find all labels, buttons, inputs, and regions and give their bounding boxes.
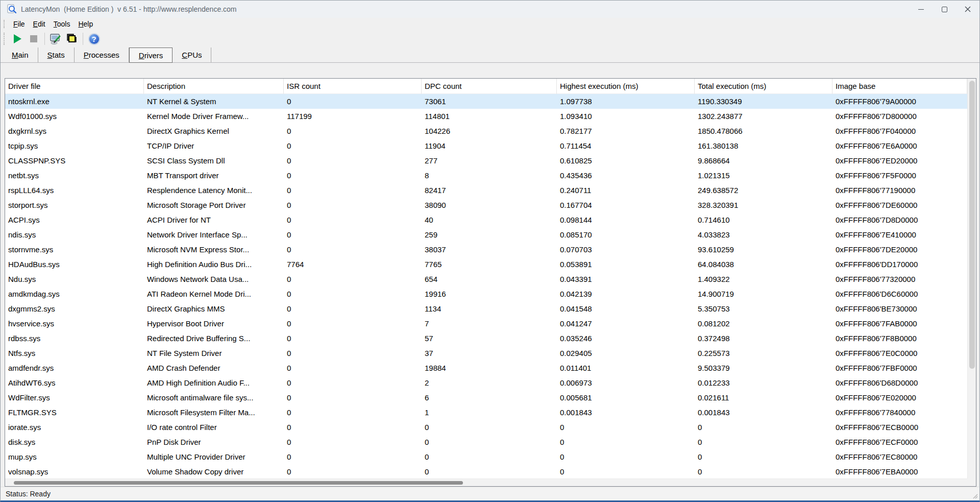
column-header-isr-count[interactable]: ISR count	[284, 79, 422, 94]
cell-highest-execution-ms: 0.011401	[557, 361, 695, 375]
cell-description: Multiple UNC Provider Driver	[144, 449, 284, 464]
cell-isr-count: 0	[284, 272, 422, 286]
cell-highest-execution-ms: 0.005681	[557, 390, 695, 405]
cell-image-base: 0xFFFFF806'7ECF0000	[832, 435, 967, 449]
cell-isr-count: 0	[284, 153, 422, 168]
table-row[interactable]: netbt.sysMBT Transport driver080.4354361…	[5, 168, 967, 183]
cell-total-execution-ms: 0.225573	[695, 346, 832, 361]
options-button[interactable]	[47, 31, 64, 46]
resize-grip-icon[interactable]	[972, 493, 978, 499]
cell-isr-count: 0	[284, 183, 422, 198]
cell-dpc-count: 19916	[422, 286, 557, 301]
table-row[interactable]: storport.sysMicrosoft Storage Port Drive…	[5, 198, 967, 212]
cell-highest-execution-ms: 0.435436	[557, 168, 695, 183]
cell-highest-execution-ms: 1.097738	[557, 94, 695, 109]
cell-isr-count: 117199	[284, 109, 422, 124]
cell-total-execution-ms: 5.350753	[695, 301, 832, 316]
cell-highest-execution-ms: 0.610825	[557, 153, 695, 168]
tab-main[interactable]: Main	[3, 47, 38, 62]
start-button[interactable]	[9, 31, 26, 46]
menu-item-tools[interactable]: Tools	[50, 19, 75, 29]
column-header-total-execution-ms[interactable]: Total execution (ms)	[695, 79, 832, 94]
cell-highest-execution-ms: 0.041548	[557, 301, 695, 316]
table-row[interactable]: CLASSPNP.SYSSCSI Class System Dll02770.6…	[5, 153, 967, 168]
column-header-highest-execution-ms[interactable]: Highest execution (ms)	[557, 79, 695, 94]
cell-description: Microsoft antimalware file sys...	[144, 390, 284, 405]
cell-dpc-count: 40	[422, 212, 557, 227]
cell-description: SCSI Class System Dll	[144, 153, 284, 168]
menu-item-help[interactable]: Help	[74, 19, 97, 29]
table-row[interactable]: Wdf01000.sysKernel Mode Driver Framew...…	[5, 109, 967, 124]
cell-isr-count: 0	[284, 420, 422, 435]
cell-driver-file: WdFilter.sys	[5, 390, 144, 405]
vertical-scrollbar[interactable]	[967, 79, 976, 479]
table-row[interactable]: rspLLL64.sysResplendence Latency Monit..…	[5, 183, 967, 198]
horizontal-scrollbar-thumb[interactable]	[14, 481, 463, 485]
table-row[interactable]: hvservice.sysHypervisor Boot Driver070.0…	[5, 316, 967, 331]
tab-processes[interactable]: Processes	[75, 47, 129, 62]
close-button[interactable]	[956, 1, 979, 18]
table-row[interactable]: Ndu.sysWindows Network Data Usa...06540.…	[5, 272, 967, 286]
tab-drivers[interactable]: Drivers	[129, 47, 173, 63]
table-row[interactable]: volsnap.sysVolume Shadow Copy driver0000…	[5, 464, 967, 479]
cell-description: Microsoft NVM Express Stor...	[144, 242, 284, 257]
cell-isr-count: 0	[284, 390, 422, 405]
toolbar: ?	[1, 30, 979, 47]
vertical-scrollbar-thumb[interactable]	[969, 81, 975, 369]
cell-highest-execution-ms: 0	[557, 435, 695, 449]
minimize-button[interactable]	[909, 1, 933, 18]
cell-highest-execution-ms: 0	[557, 420, 695, 435]
minimize-icon	[918, 9, 924, 10]
tab-cpus[interactable]: CPUs	[173, 47, 211, 62]
column-header-dpc-count[interactable]: DPC count	[422, 79, 557, 94]
column-header-description[interactable]: Description	[144, 79, 284, 94]
table-row[interactable]: ACPI.sysACPI Driver for NT0400.0981440.7…	[5, 212, 967, 227]
windows-view-button[interactable]	[64, 31, 80, 46]
help-button[interactable]: ?	[86, 31, 102, 46]
stop-button[interactable]	[26, 31, 42, 46]
cell-description: AMD High Definition Audio F...	[144, 375, 284, 390]
table-row[interactable]: WdFilter.sysMicrosoft antimalware file s…	[5, 390, 967, 405]
table-row[interactable]: amdfendr.sysAMD Crash Defender0198840.01…	[5, 361, 967, 375]
cell-dpc-count: 6	[422, 390, 557, 405]
cell-dpc-count: 277	[422, 153, 557, 168]
column-header-driver-file[interactable]: Driver file	[5, 79, 144, 94]
table-row[interactable]: mup.sysMultiple UNC Provider Driver00000…	[5, 449, 967, 464]
cell-image-base: 0xFFFFF806'7EC80000	[832, 449, 967, 464]
cell-image-base: 0xFFFFF806'D6C60000	[832, 286, 967, 301]
tab-stats[interactable]: Stats	[38, 47, 75, 62]
cell-driver-file: amdfendr.sys	[5, 361, 144, 375]
table-row[interactable]: Ntfs.sysNT File System Driver0370.029405…	[5, 346, 967, 361]
cell-image-base: 0xFFFFF806'7E410000	[832, 227, 967, 242]
table-row[interactable]: ndis.sysNetwork Driver Interface Sp...02…	[5, 227, 967, 242]
latencymon-window: LatencyMon (Home Edition ) v 6.51 - http…	[0, 0, 980, 502]
table-row[interactable]: stornvme.sysMicrosoft NVM Express Stor..…	[5, 242, 967, 257]
cell-description: Resplendence Latency Monit...	[144, 183, 284, 198]
table-row[interactable]: ntoskrnl.exeNT Kernel & System0730611.09…	[5, 94, 967, 109]
table-row[interactable]: AtihdWT6.sysAMD High Definition Audio F.…	[5, 375, 967, 390]
cell-highest-execution-ms: 0.042139	[557, 286, 695, 301]
cell-dpc-count: 38090	[422, 198, 557, 212]
table-row[interactable]: iorate.sysI/O rate control Filter00000xF…	[5, 420, 967, 435]
table-row[interactable]: HDAudBus.sysHigh Definition Audio Bus Dr…	[5, 257, 967, 272]
cell-dpc-count: 19884	[422, 361, 557, 375]
cell-description: DirectX Graphics Kernel	[144, 124, 284, 138]
cell-driver-file: disk.sys	[5, 435, 144, 449]
table-row[interactable]: tcpip.sysTCP/IP Driver0119040.711454161.…	[5, 138, 967, 153]
menu-item-edit[interactable]: Edit	[29, 19, 50, 29]
cell-description: Microsoft Storage Port Driver	[144, 198, 284, 212]
table-row[interactable]: disk.sysPnP Disk Driver00000xFFFFF806'7E…	[5, 435, 967, 449]
table-row[interactable]: rdbss.sysRedirected Drive Buffering S...…	[5, 331, 967, 346]
table-row[interactable]: amdkmdag.sysATI Radeon Kernel Mode Dri..…	[5, 286, 967, 301]
table-row[interactable]: FLTMGR.SYSMicrosoft Filesystem Filter Ma…	[5, 405, 967, 420]
cell-total-execution-ms: 14.900719	[695, 286, 832, 301]
menu-item-file[interactable]: File	[9, 19, 29, 29]
window-title: LatencyMon (Home Edition ) v 6.51 - http…	[21, 5, 237, 13]
horizontal-scrollbar[interactable]	[5, 479, 967, 486]
cell-total-execution-ms: 0.714610	[695, 212, 832, 227]
table-row[interactable]: dxgkrnl.sysDirectX Graphics Kernel010422…	[5, 124, 967, 138]
column-header-image-base[interactable]: Image base	[832, 79, 967, 94]
table-row[interactable]: dxgmms2.sysDirectX Graphics MMS011340.04…	[5, 301, 967, 316]
cell-dpc-count: 57	[422, 331, 557, 346]
maximize-button[interactable]	[933, 1, 956, 18]
